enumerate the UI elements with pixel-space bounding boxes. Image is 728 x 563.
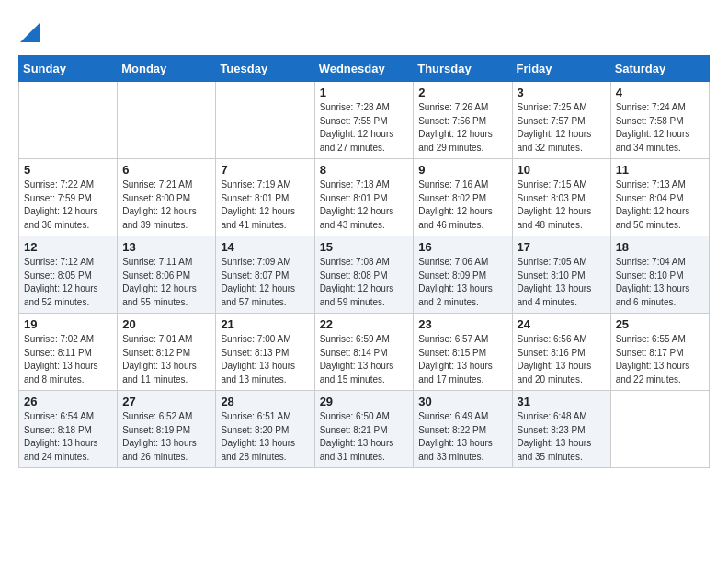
day-number: 12 <box>24 240 112 254</box>
calendar-cell: 30Sunrise: 6:49 AM Sunset: 8:22 PM Dayli… <box>414 391 512 468</box>
day-info: Sunrise: 7:21 AM Sunset: 8:00 PM Dayligh… <box>122 178 210 232</box>
day-info: Sunrise: 7:01 AM Sunset: 8:12 PM Dayligh… <box>122 333 210 386</box>
calendar-header-monday: Monday <box>118 56 216 82</box>
day-info: Sunrise: 6:49 AM Sunset: 8:22 PM Dayligh… <box>418 410 506 464</box>
day-number: 23 <box>418 317 506 331</box>
calendar-header-thursday: Thursday <box>414 56 512 82</box>
calendar-cell: 29Sunrise: 6:50 AM Sunset: 8:21 PM Dayli… <box>314 391 414 468</box>
calendar-cell: 1Sunrise: 7:28 AM Sunset: 7:55 PM Daylig… <box>314 82 414 159</box>
day-number: 11 <box>616 163 704 177</box>
day-info: Sunrise: 6:56 AM Sunset: 8:16 PM Dayligh… <box>518 333 606 386</box>
day-number: 7 <box>221 163 309 177</box>
day-number: 4 <box>616 86 704 99</box>
calendar-cell: 26Sunrise: 6:54 AM Sunset: 8:18 PM Dayli… <box>19 391 118 468</box>
day-info: Sunrise: 7:11 AM Sunset: 8:06 PM Dayligh… <box>122 256 210 309</box>
calendar-cell: 2Sunrise: 7:26 AM Sunset: 7:56 PM Daylig… <box>414 82 512 159</box>
calendar-week-3: 12Sunrise: 7:12 AM Sunset: 8:05 PM Dayli… <box>19 236 710 314</box>
calendar-cell: 12Sunrise: 7:12 AM Sunset: 8:05 PM Dayli… <box>19 236 118 314</box>
calendar-header-tuesday: Tuesday <box>216 56 314 82</box>
calendar-cell: 15Sunrise: 7:08 AM Sunset: 8:08 PM Dayli… <box>314 236 414 314</box>
day-number: 21 <box>221 317 309 331</box>
day-info: Sunrise: 7:09 AM Sunset: 8:07 PM Dayligh… <box>221 256 309 309</box>
day-info: Sunrise: 6:50 AM Sunset: 8:21 PM Dayligh… <box>320 410 409 464</box>
day-info: Sunrise: 6:48 AM Sunset: 8:23 PM Dayligh… <box>518 410 606 464</box>
day-info: Sunrise: 7:19 AM Sunset: 8:01 PM Dayligh… <box>221 178 309 232</box>
calendar-cell: 21Sunrise: 7:00 AM Sunset: 8:13 PM Dayli… <box>216 314 314 391</box>
day-number: 14 <box>221 240 309 254</box>
calendar-cell <box>118 82 216 159</box>
day-number: 13 <box>122 240 210 254</box>
calendar-week-1: 1Sunrise: 7:28 AM Sunset: 7:55 PM Daylig… <box>19 82 710 159</box>
day-number: 6 <box>122 163 210 177</box>
day-number: 9 <box>418 163 506 177</box>
day-number: 18 <box>616 240 704 254</box>
day-number: 15 <box>320 240 409 254</box>
day-number: 2 <box>418 86 506 99</box>
day-info: Sunrise: 7:04 AM Sunset: 8:10 PM Dayligh… <box>616 256 704 309</box>
calendar-cell: 19Sunrise: 7:02 AM Sunset: 8:11 PM Dayli… <box>19 314 118 391</box>
header <box>18 15 710 46</box>
calendar-cell: 6Sunrise: 7:21 AM Sunset: 8:00 PM Daylig… <box>118 159 216 236</box>
calendar-cell: 23Sunrise: 6:57 AM Sunset: 8:15 PM Dayli… <box>414 314 512 391</box>
calendar-cell: 13Sunrise: 7:11 AM Sunset: 8:06 PM Dayli… <box>118 236 216 314</box>
day-info: Sunrise: 7:12 AM Sunset: 8:05 PM Dayligh… <box>24 256 112 309</box>
day-info: Sunrise: 6:55 AM Sunset: 8:17 PM Dayligh… <box>616 333 704 386</box>
day-info: Sunrise: 7:22 AM Sunset: 7:59 PM Dayligh… <box>24 178 112 232</box>
day-info: Sunrise: 7:25 AM Sunset: 7:57 PM Dayligh… <box>518 101 606 155</box>
calendar-header-wednesday: Wednesday <box>314 56 414 82</box>
calendar-header-saturday: Saturday <box>610 56 709 82</box>
day-info: Sunrise: 7:06 AM Sunset: 8:09 PM Dayligh… <box>418 256 506 309</box>
calendar-cell: 25Sunrise: 6:55 AM Sunset: 8:17 PM Dayli… <box>610 314 709 391</box>
calendar-week-4: 19Sunrise: 7:02 AM Sunset: 8:11 PM Dayli… <box>19 314 710 391</box>
day-number: 31 <box>518 395 606 408</box>
calendar-cell: 24Sunrise: 6:56 AM Sunset: 8:16 PM Dayli… <box>512 314 610 391</box>
day-info: Sunrise: 6:54 AM Sunset: 8:18 PM Dayligh… <box>24 410 112 464</box>
day-number: 10 <box>518 163 606 177</box>
calendar-cell: 5Sunrise: 7:22 AM Sunset: 7:59 PM Daylig… <box>19 159 118 236</box>
calendar-week-2: 5Sunrise: 7:22 AM Sunset: 7:59 PM Daylig… <box>19 159 710 236</box>
day-number: 24 <box>518 317 606 331</box>
calendar-cell <box>216 82 314 159</box>
day-info: Sunrise: 7:24 AM Sunset: 7:58 PM Dayligh… <box>616 101 704 155</box>
calendar-cell: 27Sunrise: 6:52 AM Sunset: 8:19 PM Dayli… <box>118 391 216 468</box>
day-info: Sunrise: 7:05 AM Sunset: 8:10 PM Dayligh… <box>518 256 606 309</box>
day-number: 16 <box>418 240 506 254</box>
calendar-cell: 28Sunrise: 6:51 AM Sunset: 8:20 PM Dayli… <box>216 391 314 468</box>
logo-icon <box>20 17 40 42</box>
day-info: Sunrise: 6:51 AM Sunset: 8:20 PM Dayligh… <box>221 410 309 464</box>
day-number: 8 <box>320 163 409 177</box>
day-info: Sunrise: 7:02 AM Sunset: 8:11 PM Dayligh… <box>24 333 112 386</box>
calendar-cell: 11Sunrise: 7:13 AM Sunset: 8:04 PM Dayli… <box>610 159 709 236</box>
calendar-cell: 7Sunrise: 7:19 AM Sunset: 8:01 PM Daylig… <box>216 159 314 236</box>
calendar-cell <box>19 82 118 159</box>
calendar-cell: 4Sunrise: 7:24 AM Sunset: 7:58 PM Daylig… <box>610 82 709 159</box>
calendar-cell: 17Sunrise: 7:05 AM Sunset: 8:10 PM Dayli… <box>512 236 610 314</box>
day-number: 19 <box>24 317 112 331</box>
day-info: Sunrise: 7:00 AM Sunset: 8:13 PM Dayligh… <box>221 333 309 386</box>
day-number: 17 <box>518 240 606 254</box>
day-info: Sunrise: 7:16 AM Sunset: 8:02 PM Dayligh… <box>418 178 506 232</box>
calendar-cell: 3Sunrise: 7:25 AM Sunset: 7:57 PM Daylig… <box>512 82 610 159</box>
calendar-cell: 14Sunrise: 7:09 AM Sunset: 8:07 PM Dayli… <box>216 236 314 314</box>
calendar-cell <box>610 391 709 468</box>
day-number: 26 <box>24 395 112 408</box>
day-info: Sunrise: 7:08 AM Sunset: 8:08 PM Dayligh… <box>320 256 409 309</box>
day-number: 5 <box>24 163 112 177</box>
day-number: 25 <box>616 317 704 331</box>
day-info: Sunrise: 7:15 AM Sunset: 8:03 PM Dayligh… <box>518 178 606 232</box>
calendar-cell: 22Sunrise: 6:59 AM Sunset: 8:14 PM Dayli… <box>314 314 414 391</box>
day-info: Sunrise: 7:18 AM Sunset: 8:01 PM Dayligh… <box>320 178 409 232</box>
logo <box>18 15 40 46</box>
calendar-cell: 10Sunrise: 7:15 AM Sunset: 8:03 PM Dayli… <box>512 159 610 236</box>
calendar-header-friday: Friday <box>512 56 610 82</box>
day-number: 27 <box>122 395 210 408</box>
calendar-cell: 8Sunrise: 7:18 AM Sunset: 8:01 PM Daylig… <box>314 159 414 236</box>
day-info: Sunrise: 6:57 AM Sunset: 8:15 PM Dayligh… <box>418 333 506 386</box>
day-number: 20 <box>122 317 210 331</box>
calendar-cell: 18Sunrise: 7:04 AM Sunset: 8:10 PM Dayli… <box>610 236 709 314</box>
calendar: SundayMondayTuesdayWednesdayThursdayFrid… <box>18 55 710 468</box>
calendar-header-row: SundayMondayTuesdayWednesdayThursdayFrid… <box>19 56 710 82</box>
calendar-week-5: 26Sunrise: 6:54 AM Sunset: 8:18 PM Dayli… <box>19 391 710 468</box>
day-info: Sunrise: 7:28 AM Sunset: 7:55 PM Dayligh… <box>320 101 409 155</box>
calendar-header-sunday: Sunday <box>19 56 118 82</box>
